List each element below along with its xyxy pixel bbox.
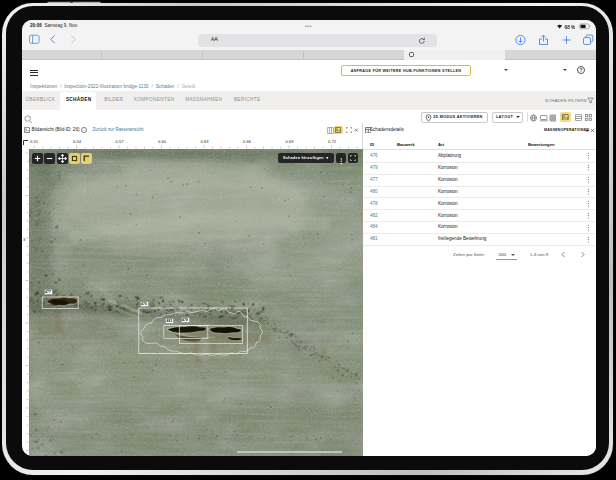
svg-text:68 %: 68 % xyxy=(565,25,575,30)
svg-text:0.63: 0.63 xyxy=(201,139,210,144)
svg-text:0.69: 0.69 xyxy=(286,139,295,144)
svg-text:0.51: 0.51 xyxy=(30,139,39,144)
svg-text:0.72: 0.72 xyxy=(328,139,337,144)
svg-text:0.66: 0.66 xyxy=(243,139,252,144)
svg-text:0.60: 0.60 xyxy=(158,139,167,144)
svg-text:0.57: 0.57 xyxy=(116,139,125,144)
svg-text:0.54: 0.54 xyxy=(73,139,82,144)
